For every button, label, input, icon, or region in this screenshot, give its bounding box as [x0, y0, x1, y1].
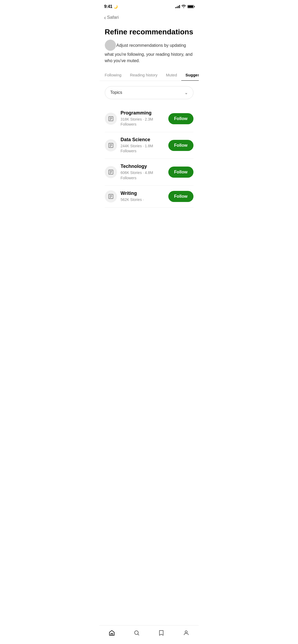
avatar: [105, 40, 116, 51]
topic-icon-technology: [105, 166, 117, 178]
topic-item-programming: Programming 318K Stories · 2.3M Follower…: [105, 105, 193, 132]
status-bar: 9:41 🌙: [100, 0, 199, 12]
topic-stats-technology: 606K Stories · 4.8M Followers: [121, 170, 165, 181]
topic-stats-writing: 562K Stories ·: [121, 197, 165, 203]
page-subtitle: Adjust recommendations by updating what …: [105, 40, 193, 64]
topic-item-data-science: Data Science 244K Stories · 1.8M Followe…: [105, 132, 193, 159]
topics-dropdown[interactable]: Topics ⌄: [105, 86, 193, 99]
page-title: Refine recommendations: [105, 27, 193, 36]
tab-muted[interactable]: Muted: [162, 70, 181, 81]
follow-button-writing[interactable]: Follow: [168, 191, 193, 202]
chevron-down-icon: ⌄: [184, 90, 188, 95]
content-area: Topics ⌄ Programming 318K Stories · 2.3M…: [100, 81, 199, 229]
topic-list: Programming 318K Stories · 2.3M Follower…: [105, 105, 193, 208]
topic-info-technology: Technology 606K Stories · 4.8M Followers: [121, 164, 165, 181]
topic-name-writing: Writing: [121, 191, 165, 196]
topic-info-programming: Programming 318K Stories · 2.3M Follower…: [121, 110, 165, 127]
signal-icon: [175, 5, 180, 8]
header: Refine recommendations Adjust recommenda…: [100, 23, 199, 67]
topic-stats-data-science: 244K Stories · 1.8M Followers: [121, 144, 165, 154]
topic-info-data-science: Data Science 244K Stories · 1.8M Followe…: [121, 137, 165, 154]
tab-following[interactable]: Following: [100, 70, 126, 81]
tabs-container: Following Reading history Muted Suggesti…: [100, 69, 199, 81]
status-icons: [175, 4, 194, 9]
moon-icon: 🌙: [114, 5, 118, 9]
topic-info-writing: Writing 562K Stories ·: [121, 191, 165, 203]
topic-name-programming: Programming: [121, 110, 165, 116]
back-button[interactable]: ‹ Safari: [104, 15, 119, 20]
topic-item-writing: Writing 562K Stories · Follow: [105, 186, 193, 208]
topic-item-technology: Technology 606K Stories · 4.8M Followers…: [105, 159, 193, 186]
back-label: Safari: [107, 15, 119, 20]
topic-icon-writing: [105, 190, 117, 203]
wifi-icon: [182, 4, 186, 9]
topic-stats-programming: 318K Stories · 2.3M Followers: [121, 117, 165, 127]
follow-button-programming[interactable]: Follow: [168, 113, 193, 124]
back-chevron-icon: ‹: [104, 15, 106, 20]
tab-reading-history[interactable]: Reading history: [126, 70, 162, 81]
topic-name-data-science: Data Science: [121, 137, 165, 142]
status-time: 9:41: [104, 4, 112, 9]
nav-bar: ‹ Safari: [100, 12, 199, 23]
topic-icon-data-science: [105, 139, 117, 151]
tab-suggestions[interactable]: Suggestions: [181, 70, 199, 81]
follow-button-data-science[interactable]: Follow: [168, 140, 193, 151]
battery-icon: [187, 5, 194, 8]
topic-icon-programming: [105, 113, 117, 125]
topics-label: Topics: [110, 90, 122, 95]
follow-button-technology[interactable]: Follow: [168, 167, 193, 178]
topic-name-technology: Technology: [121, 164, 165, 169]
